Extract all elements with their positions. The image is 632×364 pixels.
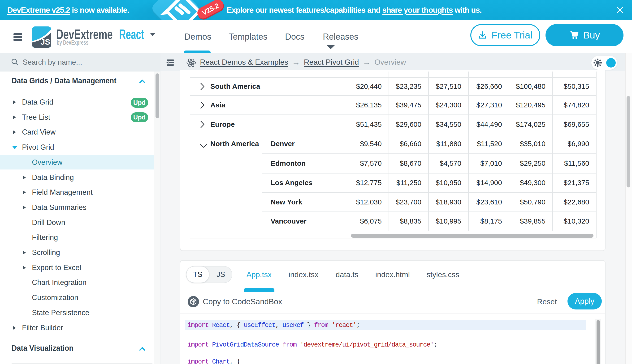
svg-text:JS: JS bbox=[40, 37, 50, 46]
